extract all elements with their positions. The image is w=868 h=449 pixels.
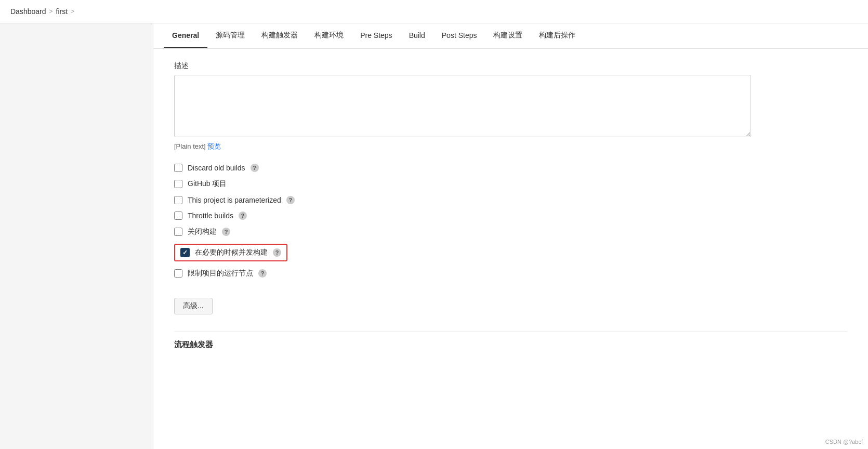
content-area: General 源码管理 构建触发器 构建环境 Pre Steps Build … (153, 23, 868, 449)
checkbox-row-discard: Discard old builds ? (174, 164, 847, 172)
checkbox-parameterized[interactable] (174, 196, 182, 204)
checkbox-group-2: This project is parameterized ? Throttle… (174, 196, 847, 278)
tab-presteps[interactable]: Pre Steps (352, 24, 400, 48)
tab-bar: General 源码管理 构建触发器 构建环境 Pre Steps Build … (153, 23, 868, 49)
checkbox-row-close-build: 关闭构建 ? (174, 227, 847, 236)
checkbox-label-throttle: Throttle builds (188, 212, 233, 220)
breadcrumb-first[interactable]: first (56, 7, 68, 16)
advanced-button[interactable]: 高级... (174, 298, 213, 314)
checkbox-row-limit-node: 限制项目的运行节点 ? (174, 269, 847, 278)
breadcrumb-dashboard[interactable]: Dashboard (10, 7, 46, 16)
bottom-section-title: 流程触发器 (174, 340, 213, 349)
help-icon-parameterized[interactable]: ? (286, 196, 295, 204)
checkbox-limit-node[interactable] (174, 269, 182, 278)
checkbox-label-concurrent: 在必要的时候并发构建 (195, 248, 268, 257)
preview-link[interactable]: 预览 (207, 142, 221, 150)
checkbox-close-build[interactable] (174, 228, 182, 236)
checkbox-discard-builds[interactable] (174, 164, 182, 172)
highlight-box-concurrent: 在必要的时候并发构建 ? (174, 244, 287, 261)
tab-poststeps[interactable]: Post Steps (433, 24, 485, 48)
breadcrumb: Dashboard > first > (0, 0, 868, 23)
checkbox-label-discard: Discard old builds (188, 164, 245, 172)
help-icon-throttle[interactable]: ? (239, 212, 247, 220)
form-area: 描述 [Plain text] 预览 Discard old builds ? … (153, 49, 868, 362)
tab-build[interactable]: Build (401, 24, 433, 48)
tab-env[interactable]: 构建环境 (306, 23, 352, 48)
checkbox-label-limit-node: 限制项目的运行节点 (188, 269, 253, 278)
tab-source[interactable]: 源码管理 (207, 23, 253, 48)
bottom-section: 流程触发器 (174, 331, 847, 350)
tab-postbuild[interactable]: 构建后操作 (531, 23, 584, 48)
checkbox-row-github: GitHub 项目 (174, 179, 847, 189)
description-textarea[interactable] (174, 75, 751, 137)
checkbox-github[interactable] (174, 180, 182, 188)
watermark: CSDN @?abcf (825, 439, 863, 445)
checkbox-row-parameterized: This project is parameterized ? (174, 196, 847, 204)
help-icon-close-build[interactable]: ? (222, 228, 230, 236)
help-icon-concurrent[interactable]: ? (273, 248, 281, 257)
checkbox-row-concurrent: 在必要的时候并发构建 ? (174, 244, 847, 261)
checkbox-concurrent[interactable] (180, 248, 190, 257)
format-text: [Plain text] (174, 142, 206, 150)
sidebar (0, 23, 153, 449)
checkbox-label-github: GitHub 项目 (188, 179, 227, 189)
checkbox-label-close-build: 关闭构建 (188, 227, 217, 236)
help-icon-limit-node[interactable]: ? (258, 269, 267, 278)
text-format-line: [Plain text] 预览 (174, 142, 847, 151)
help-icon-discard[interactable]: ? (251, 164, 259, 172)
breadcrumb-sep-2: > (71, 8, 74, 15)
checkbox-label-parameterized: This project is parameterized (188, 196, 281, 204)
checkbox-group-1: Discard old builds ? GitHub 项目 (174, 164, 847, 189)
tab-trigger[interactable]: 构建触发器 (253, 23, 306, 48)
tab-general[interactable]: General (164, 24, 207, 48)
breadcrumb-sep-1: > (49, 8, 53, 15)
checkbox-row-throttle: Throttle builds ? (174, 212, 847, 220)
tab-settings[interactable]: 构建设置 (485, 23, 531, 48)
description-label: 描述 (174, 61, 847, 71)
checkbox-throttle[interactable] (174, 212, 182, 220)
